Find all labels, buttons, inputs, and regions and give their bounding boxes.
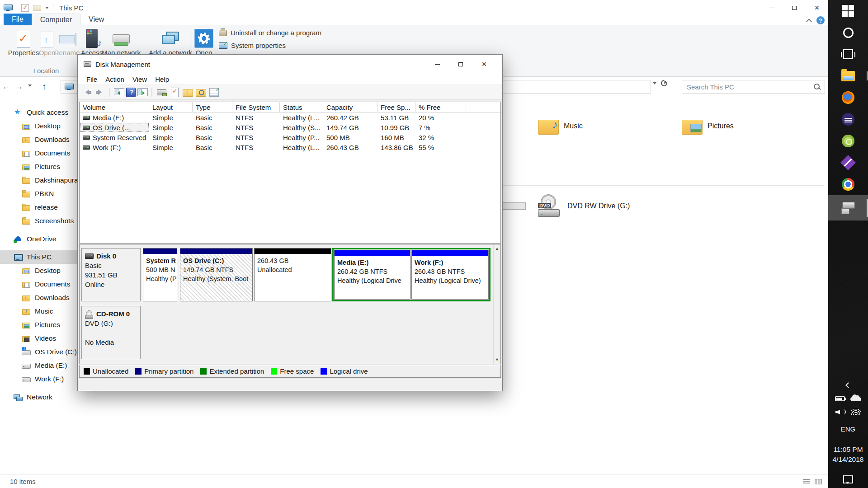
taskbar-app-button[interactable] — [828, 22, 868, 43]
back-icon[interactable]: ← — [0, 82, 13, 92]
dm-maximize-button[interactable] — [449, 55, 472, 74]
wifi-icon[interactable] — [851, 409, 861, 415]
up-icon[interactable]: ↑ — [38, 82, 51, 92]
properties-shortcut-icon[interactable] — [21, 4, 29, 12]
graph-scrollbar[interactable]: ▲ ▼ — [493, 244, 500, 364]
toolbar-button[interactable] — [169, 87, 180, 98]
toolbar-button[interactable] — [126, 88, 136, 97]
sidebar-item[interactable]: Network — [0, 390, 89, 404]
sidebar-item[interactable]: Desktop — [0, 264, 89, 277]
header-status[interactable]: Status — [280, 102, 323, 113]
menu-item[interactable]: Help — [151, 75, 173, 83]
explorer-titlebar[interactable]: This PC × — [0, 0, 828, 15]
sidebar-item[interactable]: release — [0, 201, 89, 214]
toolbar-button[interactable] — [208, 87, 220, 98]
header-free-space[interactable]: Free Sp... — [377, 102, 415, 113]
show-hidden-icons-chevron-icon[interactable] — [845, 382, 851, 388]
minimize-button[interactable] — [760, 0, 783, 15]
header-layout[interactable]: Layout — [149, 102, 193, 113]
partition[interactable]: 260.43 GB Unallocated — [254, 248, 331, 301]
language-indicator[interactable]: ENG — [841, 425, 856, 433]
sidebar-item[interactable]: Screenshots — [0, 214, 89, 228]
volume-row[interactable]: System Reserved Simple Basic NTFS Health… — [80, 132, 500, 142]
toolbar-button[interactable] — [195, 87, 207, 98]
forward-icon[interactable]: → — [13, 82, 25, 92]
sidebar-item[interactable]: Videos — [0, 332, 89, 345]
uninstall-program-button[interactable]: Uninstall or change a program — [219, 29, 321, 37]
thumbnails-view-icon[interactable] — [815, 479, 822, 484]
disk0-header[interactable]: Disk 0 Basic 931.51 GB Online — [81, 248, 141, 301]
volume-row[interactable]: Work (F:) Simple Basic NTFS Healthy (L..… — [80, 142, 500, 152]
menu-item[interactable]: Action — [101, 75, 128, 83]
dm-titlebar[interactable]: Disk Management × — [78, 55, 502, 74]
details-view-icon[interactable] — [803, 479, 810, 484]
help-icon[interactable]: ? — [816, 16, 825, 24]
taskbar-app-button[interactable] — [828, 195, 868, 221]
taskbar-app-button[interactable] — [828, 0, 868, 22]
partition[interactable]: Work (F:) 260.43 GB NTFS Healthy (Logica… — [411, 250, 489, 300]
sidebar-item[interactable]: PBKN — [0, 187, 89, 201]
sidebar-item[interactable]: Downloads — [0, 133, 89, 146]
tab-computer[interactable]: Computer — [32, 14, 80, 25]
search-input[interactable] — [682, 83, 813, 91]
toolbar-button[interactable] — [114, 88, 124, 96]
sidebar-item[interactable]: OS Drive (C:) — [0, 345, 89, 359]
map-network-drive-button[interactable]: Map network — [96, 28, 146, 56]
toolbar-button[interactable] — [109, 88, 110, 97]
sidebar-item[interactable]: Quick access — [0, 106, 89, 119]
partition[interactable]: Media (E:) 260.42 GB NTFS Healthy (Logic… — [334, 250, 410, 300]
onedrive-tray-icon[interactable] — [850, 397, 861, 401]
header-file-system[interactable]: File System — [232, 102, 280, 113]
scroll-up-icon[interactable]: ▲ — [495, 244, 499, 253]
toolbar-button[interactable] — [137, 88, 148, 96]
dm-minimize-button[interactable] — [425, 55, 449, 74]
cdrom-header[interactable]: CD-ROM 0 DVD (G:) No Media — [81, 306, 141, 359]
partition[interactable]: OS Drive (C:) 149.74 GB NTFS Healthy (Sy… — [180, 248, 253, 301]
sidebar-item[interactable]: This PC — [0, 250, 89, 264]
header-percent-free[interactable]: % Free — [415, 102, 466, 113]
sidebar-item[interactable]: Dakshinapuram — [0, 174, 89, 187]
sidebar-item[interactable]: OneDrive — [0, 232, 89, 246]
menu-item[interactable]: View — [128, 75, 151, 83]
dm-close-button[interactable]: × — [472, 55, 496, 74]
sidebar-item[interactable]: Music — [0, 305, 89, 318]
action-center-icon[interactable] — [843, 475, 853, 483]
taskbar-app-button[interactable] — [828, 174, 868, 195]
maximize-button[interactable] — [783, 0, 806, 15]
header-volume[interactable]: Volume — [80, 102, 149, 113]
sidebar-item[interactable]: Pictures — [0, 318, 89, 332]
music-folder-tile[interactable]: Music — [538, 117, 583, 135]
ribbon-collapse-icon[interactable] — [806, 19, 812, 24]
taskbar-app-button[interactable] — [828, 43, 868, 65]
add-network-location-button[interactable]: Add a network — [147, 28, 193, 56]
new-folder-shortcut-icon[interactable] — [33, 5, 41, 11]
open-settings-button[interactable]: Open — [193, 28, 214, 56]
address-dropdown-chevron-icon[interactable] — [653, 82, 656, 86]
sidebar-item[interactable]: Desktop — [0, 119, 89, 133]
toolbar-button[interactable] — [81, 87, 93, 98]
taskbar-app-button[interactable] — [828, 87, 868, 108]
sidebar-item[interactable]: Media (E:) — [0, 359, 89, 372]
taskbar-app-button[interactable] — [828, 152, 868, 174]
menu-item[interactable]: File — [82, 75, 101, 83]
system-properties-button[interactable]: System properties — [219, 42, 286, 49]
pictures-folder-tile[interactable]: Pictures — [682, 117, 734, 135]
toolbar-button[interactable] — [156, 87, 167, 98]
taskbar-app-button[interactable] — [828, 108, 868, 130]
volume-speaker-icon[interactable] — [835, 408, 845, 416]
refresh-icon[interactable] — [660, 79, 669, 88]
toolbar-button[interactable] — [182, 87, 193, 98]
partition[interactable]: System R 500 MB N Healthy (P — [143, 248, 177, 301]
recent-locations-chevron-icon[interactable] — [28, 84, 32, 89]
close-button[interactable]: × — [806, 0, 828, 15]
taskbar-app-button[interactable] — [828, 65, 868, 87]
toolbar-button[interactable] — [94, 87, 106, 98]
customize-toolbar-chevron-icon[interactable] — [45, 7, 49, 11]
clock[interactable]: 11:05 PM 4/14/2018 — [833, 445, 864, 465]
volume-row[interactable]: Media (E:) Simple Basic NTFS Healthy (L.… — [80, 113, 500, 122]
sidebar-item[interactable]: Documents — [0, 146, 89, 160]
toolbar-button[interactable] — [151, 88, 152, 97]
header-type[interactable]: Type — [193, 102, 232, 113]
scroll-down-icon[interactable]: ▼ — [495, 356, 499, 364]
header-capacity[interactable]: Capacity — [323, 102, 377, 113]
